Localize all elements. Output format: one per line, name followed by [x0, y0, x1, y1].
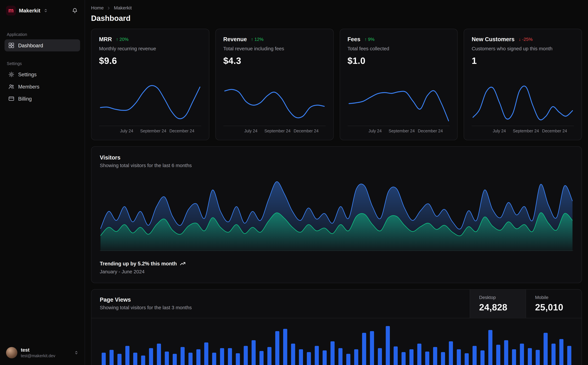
page-views-title: Page Views: [100, 296, 461, 303]
stat-value: 1: [472, 56, 574, 66]
user-name: test: [21, 347, 55, 353]
team-selector[interactable]: m Makerkit: [6, 6, 48, 15]
visitors-date-range: January - June 2024: [100, 269, 573, 274]
visitors-title: Visitors: [100, 154, 573, 161]
stat-value: $1.0: [347, 56, 450, 66]
sidebar-item-members[interactable]: Members: [5, 81, 80, 93]
page-views-subtitle: Showing total visitors for the last 3 mo…: [100, 305, 461, 310]
visitors-trend-text: Trending up by 5.2% this month: [100, 261, 177, 266]
stat-value: $9.6: [99, 56, 201, 66]
user-email: test@makerkit.dev: [21, 353, 55, 358]
stat-delta-value: 12%: [254, 36, 263, 42]
stat-value: $4.3: [223, 56, 326, 66]
sparkline-wrap: July 24 September 24 December 24: [347, 82, 450, 134]
visitors-card: Visitors Showing total visitors for the …: [91, 146, 582, 283]
stat-title: New Customers: [472, 36, 515, 42]
page-views-header: Page Views Showing total visitors for th…: [91, 289, 581, 318]
stat-title: MRR: [99, 36, 112, 42]
page-views-card: Page Views Showing total visitors for th…: [91, 289, 582, 365]
revenue-sparkline-chart: [223, 82, 326, 126]
stat-delta-value: -25%: [522, 36, 533, 42]
x-axis-labels: July 24 September 24 December 24: [99, 129, 201, 135]
desktop-label: Desktop: [479, 295, 517, 300]
stat-cards-row: MRR ↑20% Monthly recurring revenue $9.6 …: [91, 29, 582, 140]
trend-up-arrow-icon: ↑: [365, 36, 367, 42]
page-views-bar-chart: [100, 324, 573, 365]
sidebar-item-dashboard[interactable]: Dashboard: [5, 39, 80, 51]
user-meta: test test@makerkit.dev: [21, 347, 55, 358]
breadcrumb: Home Makerkit: [91, 5, 582, 11]
bell-icon: [72, 8, 78, 14]
stat-delta-value: 20%: [119, 36, 129, 42]
stat-delta: ↑20%: [116, 36, 129, 42]
new-customers-sparkline-chart: [472, 82, 574, 126]
x-tick: December 24: [294, 129, 318, 133]
breadcrumb-current[interactable]: Makerkit: [114, 5, 132, 11]
x-tick: September 24: [264, 129, 291, 133]
x-tick: July 24: [120, 129, 133, 133]
mobile-value: 25,010: [535, 302, 573, 313]
nav-section-settings: Settings: [7, 61, 78, 66]
x-axis-labels: July 24 September 24 December 24: [472, 129, 574, 135]
stat-delta: ↓-25%: [519, 36, 533, 42]
chevron-right-icon: [107, 6, 111, 10]
mrr-sparkline-chart: [99, 82, 201, 126]
x-axis-labels: July 24 September 24 December 24: [347, 129, 450, 135]
notifications-bell-button[interactable]: [70, 6, 79, 15]
stat-delta-value: 9%: [368, 36, 375, 42]
page-title: Dashboard: [91, 14, 582, 23]
stat-description: Total revenue including fees: [223, 46, 326, 51]
stat-delta: ↑12%: [251, 36, 263, 42]
sparkline-wrap: July 24 September 24 December 24: [223, 82, 326, 134]
x-tick: September 24: [513, 129, 539, 133]
x-tick: July 24: [244, 129, 257, 133]
x-tick: July 24: [368, 129, 382, 133]
sidebar-item-settings[interactable]: Settings: [5, 69, 80, 81]
app-root: m Makerkit Application Dashboard Setting…: [0, 0, 588, 365]
user-menu[interactable]: test test@makerkit.dev: [5, 345, 80, 361]
users-icon: [8, 84, 14, 90]
stat-description: Customers who signed up this month: [472, 46, 574, 51]
nav-section-application: Application: [7, 32, 78, 36]
sidebar-header: m Makerkit: [5, 5, 80, 16]
sidebar: m Makerkit Application Dashboard Setting…: [0, 0, 85, 365]
chevrons-up-down-icon: [74, 351, 79, 355]
sparkline-wrap: July 24 September 24 December 24: [472, 82, 574, 134]
makerkit-logo: m: [6, 6, 16, 15]
visitors-footer: Trending up by 5.2% this month January -…: [100, 261, 573, 274]
stat-delta: ↑9%: [365, 36, 374, 42]
fees-sparkline-chart: [347, 82, 450, 126]
stat-card-revenue: Revenue ↑12% Total revenue including fee…: [215, 29, 334, 140]
chevrons-up-down-icon: [43, 8, 48, 13]
toggle-desktop-stat[interactable]: Desktop 24,828: [470, 289, 526, 318]
toggle-mobile-stat[interactable]: Mobile 25,010: [526, 289, 581, 318]
x-axis-labels: July 24 September 24 December 24: [223, 129, 326, 135]
x-tick: September 24: [389, 129, 415, 133]
sidebar-item-billing[interactable]: Billing: [5, 93, 80, 105]
stat-description: Monthly recurring revenue: [99, 46, 201, 51]
trend-up-arrow-icon: ↑: [116, 36, 118, 42]
stat-title: Fees: [347, 36, 360, 42]
mobile-label: Mobile: [535, 295, 573, 300]
visitors-area-chart: [100, 177, 573, 251]
trending-up-icon: [180, 261, 186, 266]
sidebar-item-label: Members: [18, 84, 40, 89]
main-content: Home Makerkit Dashboard MRR ↑20% Monthly…: [85, 0, 588, 365]
stat-card-fees: Fees ↑9% Total fees collected $1.0 July …: [339, 29, 458, 140]
visitors-subtitle: Showing total visitors for the last 6 mo…: [100, 162, 573, 168]
page-views-chart-area: [91, 318, 581, 365]
team-name: Makerkit: [19, 8, 40, 14]
trend-up-arrow-icon: ↑: [251, 36, 253, 42]
stat-title: Revenue: [223, 36, 247, 42]
stat-card-mrr: MRR ↑20% Monthly recurring revenue $9.6 …: [91, 29, 209, 140]
x-tick: July 24: [493, 129, 506, 133]
stat-description: Total fees collected: [347, 46, 450, 51]
x-tick: December 24: [418, 129, 443, 133]
trend-down-arrow-icon: ↓: [519, 36, 521, 42]
gear-icon: [8, 71, 14, 77]
breadcrumb-home[interactable]: Home: [91, 5, 104, 11]
x-tick: September 24: [140, 129, 166, 133]
avatar: [6, 347, 18, 358]
sparkline-wrap: July 24 September 24 December 24: [99, 82, 201, 134]
x-tick: December 24: [169, 129, 194, 133]
